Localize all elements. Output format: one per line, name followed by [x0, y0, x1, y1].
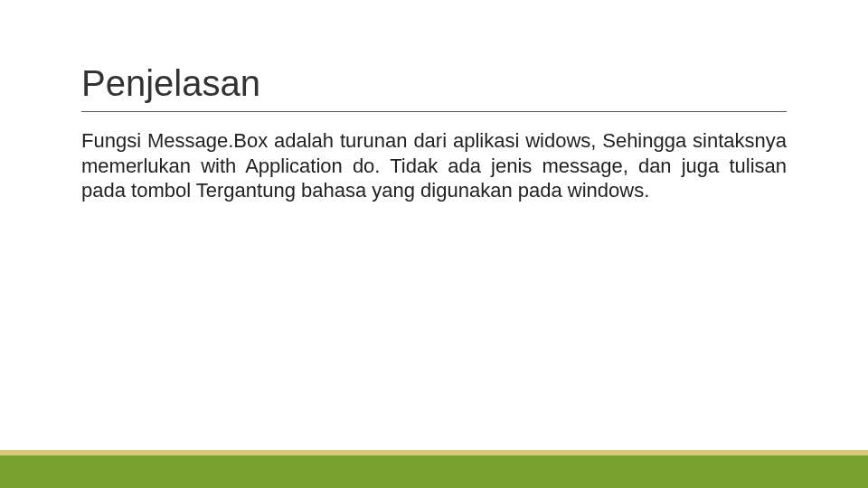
bottom-accent-bar	[0, 455, 868, 488]
slide-title: Penjelasan	[81, 63, 787, 112]
slide-container: Penjelasan Fungsi Message.Box adalah tur…	[0, 0, 868, 488]
slide-body: Fungsi Message.Box adalah turunan dari a…	[81, 128, 787, 203]
